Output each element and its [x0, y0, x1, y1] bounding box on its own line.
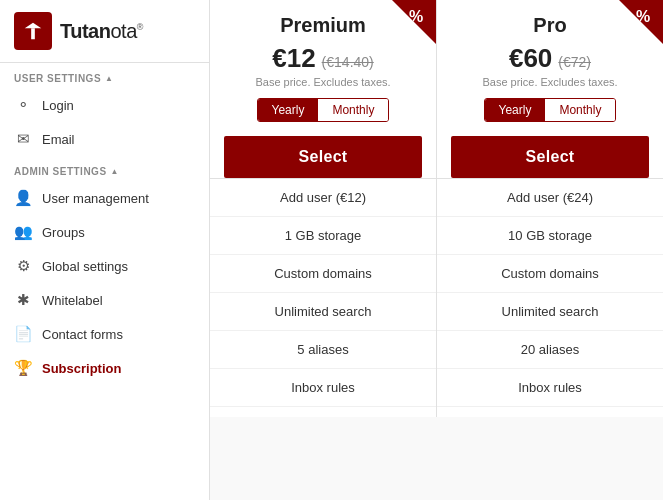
sidebar-item-label: User management	[42, 191, 149, 206]
premium-price-main: €12	[272, 43, 315, 74]
sidebar-item-label: Login	[42, 98, 74, 113]
feature-row: Add user (€24)	[437, 179, 663, 217]
pro-period-toggle: Yearly Monthly	[484, 98, 617, 122]
sidebar-item-user-management[interactable]: 👤 User management	[0, 181, 209, 215]
feature-row: Unlimited search	[437, 293, 663, 331]
premium-feature-list: Add user (€12) 1 GB storage Custom domai…	[210, 178, 436, 407]
logo-icon	[14, 12, 52, 50]
premium-plan-name: Premium	[280, 14, 366, 37]
feature-row: Custom domains	[437, 255, 663, 293]
person-icon: ⚬	[14, 96, 32, 114]
sidebar-item-label: Email	[42, 132, 75, 147]
sidebar-item-label: Contact forms	[42, 327, 123, 342]
pro-monthly-btn[interactable]: Monthly	[545, 99, 615, 121]
asterisk-icon: ✱	[14, 291, 32, 309]
mail-icon: ✉	[14, 130, 32, 148]
logo: Tutanota®	[0, 0, 209, 63]
plans-container: % Premium €12 (€14.40) Base price. Exclu…	[210, 0, 663, 417]
pro-base-price: Base price. Excludes taxes.	[482, 76, 617, 88]
pro-plan-price: €60 (€72)	[509, 43, 591, 74]
main-content: % Premium €12 (€14.40) Base price. Exclu…	[210, 0, 663, 500]
admin-settings-section: ADMIN SETTINGS ▲	[0, 156, 209, 181]
pro-plan-name: Pro	[533, 14, 566, 37]
sidebar: Tutanota® USER SETTINGS ▲ ⚬ Login ✉ Emai…	[0, 0, 210, 500]
premium-base-price: Base price. Excludes taxes.	[255, 76, 390, 88]
premium-yearly-btn[interactable]: Yearly	[258, 99, 319, 121]
logo-text: Tutanota®	[60, 20, 143, 43]
sidebar-item-email[interactable]: ✉ Email	[0, 122, 209, 156]
feature-row: Unlimited search	[210, 293, 436, 331]
feature-row: Inbox rules	[210, 369, 436, 407]
sidebar-item-login[interactable]: ⚬ Login	[0, 88, 209, 122]
sidebar-item-subscription[interactable]: 🏆 Subscription	[0, 351, 209, 385]
person-icon: 👤	[14, 189, 32, 207]
premium-plan-price: €12 (€14.40)	[272, 43, 374, 74]
feature-row: Inbox rules	[437, 369, 663, 407]
sidebar-item-groups[interactable]: 👥 Groups	[0, 215, 209, 249]
sidebar-item-label: Groups	[42, 225, 85, 240]
doc-icon: 📄	[14, 325, 32, 343]
feature-row: Add user (€12)	[210, 179, 436, 217]
feature-row: 1 GB storage	[210, 217, 436, 255]
sidebar-item-label: Global settings	[42, 259, 128, 274]
sidebar-item-global-settings[interactable]: ⚙ Global settings	[0, 249, 209, 283]
people-icon: 👥	[14, 223, 32, 241]
pro-price-old: (€72)	[558, 54, 591, 70]
premium-select-button[interactable]: Select	[224, 136, 422, 178]
sidebar-item-label: Whitelabel	[42, 293, 103, 308]
sidebar-item-contact-forms[interactable]: 📄 Contact forms	[0, 317, 209, 351]
user-settings-section: USER SETTINGS ▲	[0, 63, 209, 88]
pro-feature-list: Add user (€24) 10 GB storage Custom doma…	[437, 178, 663, 407]
feature-row: 20 aliases	[437, 331, 663, 369]
gear-icon: ⚙	[14, 257, 32, 275]
feature-row: Custom domains	[210, 255, 436, 293]
sidebar-item-label: Subscription	[42, 361, 121, 376]
feature-row: 10 GB storage	[437, 217, 663, 255]
feature-row: 5 aliases	[210, 331, 436, 369]
premium-discount-ribbon: %	[392, 0, 436, 44]
pro-price-main: €60	[509, 43, 552, 74]
user-settings-arrow: ▲	[105, 74, 113, 83]
svg-rect-1	[31, 28, 35, 39]
plan-pro: % Pro €60 (€72) Base price. Excludes tax…	[437, 0, 663, 417]
admin-settings-arrow: ▲	[111, 167, 119, 176]
plan-premium: % Premium €12 (€14.40) Base price. Exclu…	[210, 0, 437, 417]
pro-discount-ribbon: %	[619, 0, 663, 44]
pro-yearly-btn[interactable]: Yearly	[485, 99, 546, 121]
premium-price-old: (€14.40)	[322, 54, 374, 70]
trophy-icon: 🏆	[14, 359, 32, 377]
pro-select-button[interactable]: Select	[451, 136, 649, 178]
sidebar-item-whitelabel[interactable]: ✱ Whitelabel	[0, 283, 209, 317]
premium-monthly-btn[interactable]: Monthly	[318, 99, 388, 121]
premium-period-toggle: Yearly Monthly	[257, 98, 390, 122]
svg-marker-0	[25, 23, 42, 29]
